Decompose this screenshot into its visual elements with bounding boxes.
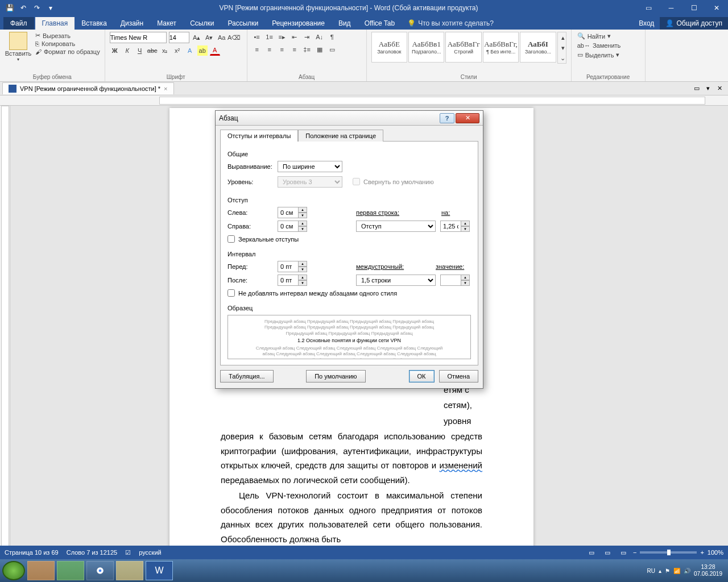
special-indent-select[interactable]: Отступ bbox=[356, 221, 436, 232]
spin-down-icon[interactable]: ▼ bbox=[298, 280, 307, 286]
zoom-slider[interactable] bbox=[640, 551, 697, 554]
tab-file[interactable]: Файл bbox=[3, 17, 34, 30]
strike-icon[interactable]: abc bbox=[147, 45, 158, 56]
tab-insert[interactable]: Вставка bbox=[75, 17, 114, 30]
tray-show-hidden-icon[interactable]: ▴ bbox=[659, 568, 661, 574]
read-mode-icon[interactable]: ▭ bbox=[585, 547, 598, 558]
styles-down-icon[interactable]: ▾ bbox=[558, 43, 568, 53]
tell-me[interactable]: 💡Что вы хотите сделать? bbox=[402, 17, 499, 30]
text-effects-icon[interactable]: A bbox=[185, 45, 195, 56]
italic-icon[interactable]: К bbox=[122, 45, 133, 56]
superscript-icon[interactable]: x² bbox=[172, 45, 183, 56]
tab-view[interactable]: Вид bbox=[332, 17, 358, 30]
close-icon[interactable]: ✕ bbox=[705, 0, 728, 16]
spin-up-icon[interactable]: ▲ bbox=[298, 207, 307, 213]
taskbar-app[interactable] bbox=[57, 561, 84, 580]
align-center-icon[interactable]: ≡ bbox=[264, 44, 275, 55]
styles-up-icon[interactable]: ▴ bbox=[558, 32, 568, 43]
clear-format-icon[interactable]: A⌫ bbox=[229, 32, 239, 43]
line-spacing-select[interactable]: 1,5 строки bbox=[356, 275, 436, 286]
start-button[interactable] bbox=[2, 561, 25, 580]
show-marks-icon[interactable]: ¶ bbox=[327, 32, 337, 42]
set-default-button[interactable]: По умолчанию bbox=[306, 370, 365, 383]
spin-up-icon[interactable]: ▲ bbox=[461, 275, 470, 280]
spell-check-icon[interactable]: ☑ bbox=[125, 549, 131, 556]
tab-design[interactable]: Дизайн bbox=[114, 17, 150, 30]
tab-mailings[interactable]: Рассылки bbox=[221, 17, 265, 30]
font-color-icon[interactable]: A bbox=[210, 45, 220, 56]
tab-references[interactable]: Ссылки bbox=[183, 17, 221, 30]
share-button[interactable]: 👤Общий доступ bbox=[660, 17, 728, 30]
style-item[interactable]: АаБбIЗаголово... bbox=[520, 32, 556, 63]
tab-tool-icon[interactable]: ▭ bbox=[692, 84, 702, 94]
spin-up-icon[interactable]: ▲ bbox=[298, 261, 307, 267]
dialog-titlebar[interactable]: Абзац ? ✕ bbox=[216, 111, 483, 126]
copy-button[interactable]: ⎘Копировать bbox=[35, 40, 100, 47]
help-button[interactable]: ? bbox=[440, 113, 454, 123]
tab-indents-spacing[interactable]: Отступы и интервалы bbox=[220, 130, 298, 142]
decrease-indent-icon[interactable]: ⇤ bbox=[289, 32, 300, 42]
mirror-indents-checkbox[interactable]: Зеркальные отступы bbox=[228, 235, 471, 243]
ruler-horizontal[interactable] bbox=[0, 95, 728, 106]
redo-icon[interactable]: ↷ bbox=[31, 2, 43, 14]
tab-tool-close-icon[interactable]: ✕ bbox=[714, 84, 725, 94]
tab-layout[interactable]: Макет bbox=[150, 17, 183, 30]
tray-flag-icon[interactable]: ⚑ bbox=[665, 568, 670, 574]
taskbar-chrome[interactable] bbox=[86, 561, 114, 580]
numbering-icon[interactable]: 1≡ bbox=[264, 32, 275, 42]
tab-office-tab[interactable]: Office Tab bbox=[358, 17, 402, 30]
qat-more-icon[interactable]: ▾ bbox=[44, 2, 57, 14]
zoom-in-icon[interactable]: + bbox=[700, 549, 704, 556]
style-item[interactable]: АаБбВвГгСтрогий bbox=[445, 32, 481, 63]
replace-button[interactable]: ab↔Заменить bbox=[576, 41, 640, 49]
shading-icon[interactable]: ▦ bbox=[315, 44, 325, 55]
style-item[interactable]: АаБбВвГг,¶ Без инте... bbox=[483, 32, 519, 63]
cut-button[interactable]: ✂Вырезать bbox=[35, 32, 100, 39]
sort-icon[interactable]: A↓ bbox=[315, 32, 325, 42]
indent-left-spinner[interactable]: ▲▼ bbox=[278, 207, 307, 218]
tab-line-breaks[interactable]: Положение на странице bbox=[298, 130, 383, 142]
tab-review[interactable]: Рецензирование bbox=[265, 17, 332, 30]
by-spinner[interactable]: ▲▼ bbox=[440, 221, 470, 232]
borders-icon[interactable]: ▭ bbox=[327, 44, 337, 55]
alignment-select[interactable]: По ширине bbox=[278, 161, 342, 172]
ok-button[interactable]: ОК bbox=[409, 370, 435, 383]
highlight-icon[interactable]: ab bbox=[197, 45, 208, 56]
dialog-close-button[interactable]: ✕ bbox=[456, 113, 479, 123]
undo-icon[interactable]: ↶ bbox=[17, 2, 30, 14]
spin-up-icon[interactable]: ▲ bbox=[461, 221, 470, 226]
font-name-combo[interactable] bbox=[110, 32, 167, 43]
bullets-icon[interactable]: •≡ bbox=[252, 32, 262, 42]
spin-down-icon[interactable]: ▼ bbox=[298, 226, 307, 232]
indent-right-spinner[interactable]: ▲▼ bbox=[278, 221, 307, 232]
styles-gallery[interactable]: АаБбЕЗаголовок АаБбВв1Подзаголо... АаБбВ… bbox=[371, 32, 566, 64]
web-layout-icon[interactable]: ▭ bbox=[617, 547, 630, 558]
tab-tool-icon[interactable]: ▾ bbox=[703, 84, 713, 94]
spin-up-icon[interactable]: ▲ bbox=[298, 221, 307, 226]
taskbar-explorer[interactable] bbox=[116, 561, 143, 580]
language-status[interactable]: русский bbox=[139, 549, 161, 556]
spin-down-icon[interactable]: ▼ bbox=[298, 213, 307, 218]
font-size-combo[interactable] bbox=[169, 32, 189, 43]
cancel-button[interactable]: Отмена bbox=[439, 370, 478, 383]
underline-icon[interactable]: Ч bbox=[135, 45, 145, 56]
format-painter-button[interactable]: 🖌Формат по образцу bbox=[35, 48, 100, 55]
tab-home[interactable]: Главная bbox=[35, 17, 75, 30]
maximize-icon[interactable]: ☐ bbox=[682, 0, 705, 16]
style-item[interactable]: АаБбВв1Подзаголо... bbox=[408, 32, 444, 63]
tray-lang[interactable]: RU bbox=[647, 568, 655, 574]
style-item[interactable]: АаБбЕЗаголовок bbox=[371, 32, 407, 63]
ruler-vertical[interactable] bbox=[0, 106, 10, 568]
tray-volume-icon[interactable]: 🔊 bbox=[684, 568, 690, 574]
close-tab-icon[interactable]: × bbox=[164, 85, 167, 92]
bold-icon[interactable]: Ж bbox=[110, 45, 120, 56]
increase-indent-icon[interactable]: ⇥ bbox=[302, 32, 312, 42]
tray-network-icon[interactable]: 📶 bbox=[673, 568, 680, 574]
align-right-icon[interactable]: ≡ bbox=[277, 44, 287, 55]
shrink-font-icon[interactable]: A▾ bbox=[204, 32, 214, 43]
tray-clock[interactable]: 13:28 07.06.2019 bbox=[694, 564, 722, 577]
subscript-icon[interactable]: x₂ bbox=[160, 45, 170, 56]
zoom-level[interactable]: 100% bbox=[708, 549, 723, 556]
paste-button[interactable]: Вставить ▾ bbox=[5, 32, 32, 62]
change-case-icon[interactable]: Aa bbox=[217, 32, 227, 43]
